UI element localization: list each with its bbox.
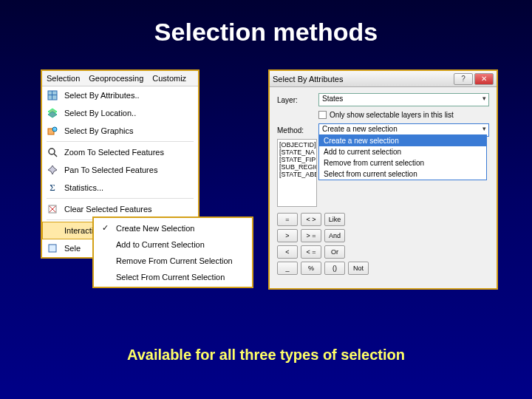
svg-point-7 xyxy=(49,149,55,154)
op-notequal-button[interactable]: < > xyxy=(301,213,321,226)
menu-select-by-attributes[interactable]: Select By Attributes.. xyxy=(42,86,198,104)
menu-statistics[interactable]: Σ Statistics... xyxy=(42,179,198,197)
svg-rect-12 xyxy=(49,245,56,252)
checkbox-label: Only show selectable layers in this list xyxy=(330,111,454,119)
clear-icon xyxy=(47,203,58,215)
list-item[interactable]: [STATE_ABBR] xyxy=(279,171,315,178)
menu-zoom-to-selected[interactable]: Zoom To Selected Features xyxy=(42,143,198,161)
slide-title: Selection methods xyxy=(0,0,532,47)
menu-clear-selected[interactable]: Clear Selected Features xyxy=(42,200,198,218)
list-item[interactable]: [OBJECTID] xyxy=(279,141,315,149)
svg-point-6 xyxy=(52,127,57,132)
options-icon xyxy=(47,242,58,254)
slide-caption: Available for all three types of selecti… xyxy=(0,347,532,364)
op-gt-button[interactable]: > xyxy=(277,229,298,242)
submenu-item-label: Create New Selection xyxy=(116,224,194,233)
op-like-button[interactable]: Like xyxy=(324,213,345,226)
close-button[interactable]: ✕ xyxy=(474,73,494,85)
help-button[interactable]: ? xyxy=(454,73,473,85)
list-item[interactable]: [STATE_NA xyxy=(279,149,315,156)
method-option[interactable]: Create a new selection xyxy=(319,135,486,146)
method-dropdown-open: Create a new selection Add to current se… xyxy=(318,134,487,180)
shapes-icon xyxy=(47,125,58,137)
checkbox-icon xyxy=(318,111,327,119)
menu-item-label: Select By Attributes.. xyxy=(64,91,140,100)
sigma-icon: Σ xyxy=(47,182,58,194)
operator-grid: = < > Like > > = And < < = Or xyxy=(277,213,345,259)
menubar-item-customize[interactable]: Customiz xyxy=(152,74,186,83)
op-lt-button[interactable]: < xyxy=(277,245,298,259)
layer-label: Layer: xyxy=(277,96,313,104)
op-and-button[interactable]: And xyxy=(324,229,345,242)
method-option[interactable]: Add to current selection xyxy=(319,146,486,157)
menu-item-label: Select By Graphics xyxy=(64,126,134,135)
pan-hand-icon xyxy=(47,164,58,176)
menu-item-label: Pan To Selected Features xyxy=(64,166,157,174)
menu-item-label: Statistics... xyxy=(64,183,103,192)
table-sql-icon xyxy=(47,89,58,101)
menu-item-label: Select By Location.. xyxy=(64,109,136,117)
submenu-select-from-current[interactable]: Select From Current Selection xyxy=(94,269,252,285)
menubar-item-selection[interactable]: Selection xyxy=(47,74,80,83)
op-parens-button[interactable]: () xyxy=(324,262,345,275)
menu-select-by-location[interactable]: Select By Location.. xyxy=(42,104,198,122)
submenu-create-new[interactable]: ✓ Create New Selection xyxy=(94,219,252,236)
operator-row-4: _ % () Not xyxy=(277,262,369,275)
op-gte-button[interactable]: > = xyxy=(301,229,321,242)
menu-separator xyxy=(47,141,194,142)
submenu-item-label: Select From Current Selection xyxy=(116,273,225,282)
select-by-attributes-dialog: Select By Attributes ? ✕ Layer: States O… xyxy=(268,69,498,290)
op-lte-button[interactable]: < = xyxy=(301,245,321,259)
magnifier-icon xyxy=(47,146,58,158)
menubar: Selection Geoprocessing Customiz xyxy=(42,71,198,86)
method-label: Method: xyxy=(277,126,313,134)
op-or-button[interactable]: Or xyxy=(324,245,345,259)
dialog-titlebar: Select By Attributes ? ✕ xyxy=(270,71,497,87)
list-item[interactable]: [SUB_REGION] xyxy=(279,163,315,171)
layer-combo[interactable]: States xyxy=(318,93,489,106)
op-percent-button[interactable]: % xyxy=(301,262,321,275)
method-option[interactable]: Remove from current selection xyxy=(319,157,486,168)
menu-pan-to-selected[interactable]: Pan To Selected Features xyxy=(42,161,198,179)
menu-item-label: Clear Selected Features xyxy=(64,205,152,214)
submenu-add-to-current[interactable]: Add to Current Selection xyxy=(94,236,252,253)
menu-item-label: Sele xyxy=(64,244,81,253)
op-not-button[interactable]: Not xyxy=(348,262,369,275)
submenu-remove-from-current[interactable]: Remove From Current Selection xyxy=(94,253,252,269)
interactive-selection-submenu: ✓ Create New Selection Add to Current Se… xyxy=(92,216,253,288)
menu-separator xyxy=(47,198,194,199)
menu-item-label: Zoom To Selected Features xyxy=(64,148,164,157)
blank-icon xyxy=(47,225,58,236)
submenu-item-label: Add to Current Selection xyxy=(116,240,205,249)
op-equals-button[interactable]: = xyxy=(277,213,298,226)
submenu-item-label: Remove From Current Selection xyxy=(116,256,233,265)
method-option[interactable]: Select from current selection xyxy=(319,168,486,180)
layers-icon xyxy=(47,107,58,119)
svg-rect-2 xyxy=(52,91,52,100)
list-item[interactable]: [STATE_FIP xyxy=(279,156,315,163)
menu-select-by-graphics[interactable]: Select By Graphics xyxy=(42,122,198,140)
only-selectable-checkbox[interactable]: Only show selectable layers in this list xyxy=(318,111,454,119)
svg-line-8 xyxy=(54,154,57,157)
menubar-item-geoprocessing[interactable]: Geoprocessing xyxy=(89,74,143,83)
op-underscore-button[interactable]: _ xyxy=(277,262,298,275)
check-icon: ✓ xyxy=(100,223,110,233)
fields-listbox[interactable]: [OBJECTID] [STATE_NA [STATE_FIP [SUB_REG… xyxy=(277,139,317,207)
dialog-title: Select By Attributes xyxy=(273,75,452,83)
